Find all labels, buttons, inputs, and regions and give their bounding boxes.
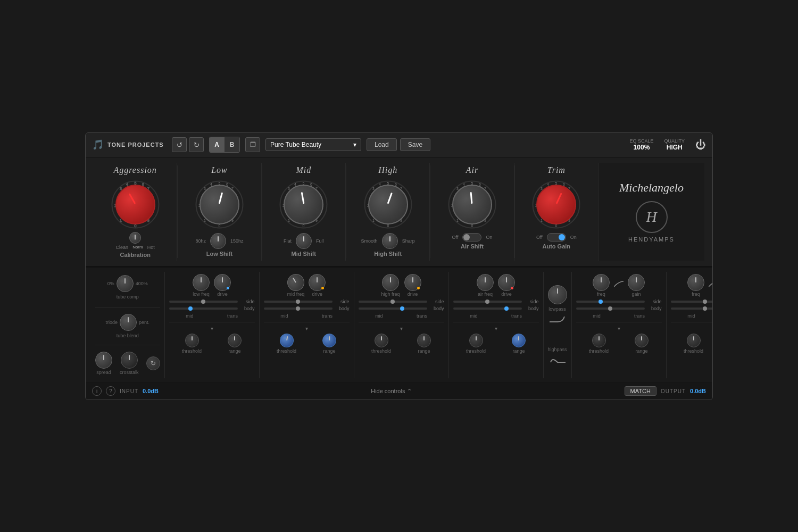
low-threshold-knob[interactable] <box>185 334 199 347</box>
trim-knob-container: 532 109 8764 <box>531 179 581 230</box>
crosstalk-knob[interactable] <box>121 352 138 369</box>
mid-freq-item: mid freq <box>287 274 305 297</box>
copy-button[interactable]: ❐ <box>245 137 260 152</box>
low-section-label: Low Shift <box>206 251 233 257</box>
air-knob[interactable] <box>452 185 492 225</box>
mid-knob[interactable] <box>284 185 323 225</box>
mid-knob-row: mid freq drive <box>264 274 350 297</box>
low-freq-item: low freq <box>193 274 210 297</box>
air-trans-slider[interactable] <box>453 307 522 310</box>
high-threshold-knob[interactable] <box>375 334 388 347</box>
save-button[interactable]: Save <box>400 138 430 151</box>
high-trans-slider[interactable] <box>359 307 427 310</box>
mid-shift-knob[interactable] <box>296 233 312 249</box>
match-button[interactable]: MATCH <box>625 386 656 396</box>
low-knob[interactable] <box>200 185 239 225</box>
arrow-item: ↻ <box>146 356 160 370</box>
air-toggle[interactable] <box>462 233 481 242</box>
load-button[interactable]: Load <box>367 138 397 151</box>
mid-drive-label: drive <box>312 292 323 297</box>
mid-threshold-knob[interactable] <box>278 332 294 348</box>
high-shift-knob[interactable] <box>382 233 398 249</box>
shelf2-trans-slider[interactable] <box>671 307 713 310</box>
high-mid-slider[interactable] <box>359 301 427 303</box>
mid-freq-knob[interactable] <box>284 271 307 294</box>
low-shift-knob[interactable] <box>210 233 226 249</box>
aggression-knob[interactable] <box>115 185 155 225</box>
tube-blend-knob[interactable] <box>120 314 137 331</box>
low-freq-knob[interactable] <box>193 274 210 291</box>
mid-threshold-label: threshold <box>277 348 296 354</box>
b-button[interactable]: B <box>225 137 239 152</box>
shelf1-mid-slider[interactable] <box>576 301 645 303</box>
shelf1-gain-knob[interactable] <box>628 274 645 291</box>
mid-drive-knob[interactable] <box>309 274 326 291</box>
mid-drive-item: drive <box>309 274 326 297</box>
air-range-knob[interactable] <box>512 334 526 347</box>
eq-scale-value: 100% <box>629 144 653 151</box>
high-knob[interactable] <box>368 185 408 225</box>
high-freq-knob[interactable] <box>382 274 399 291</box>
trim-knob[interactable] <box>536 185 576 225</box>
autogain-toggle[interactable] <box>547 233 566 242</box>
amp-logo: H <box>636 201 668 233</box>
shelf2-threshold-label: threshold <box>684 348 703 354</box>
shelf1-freq-label: freq <box>597 292 605 297</box>
highpass-label: highpass <box>548 347 567 352</box>
low-threshold-label: threshold <box>182 348 202 354</box>
air-mid-slider[interactable] <box>453 301 522 303</box>
autogain-toggle-thumb <box>559 234 565 240</box>
lower-left-divider2 <box>95 345 160 345</box>
svg-text:0: 0 <box>134 224 136 228</box>
shelf2-freq-label: freq <box>692 292 700 297</box>
low-slider1: side <box>169 299 255 304</box>
air-freq-knob[interactable] <box>477 274 494 291</box>
high-drive-knob[interactable] <box>404 274 421 291</box>
mid-slider-labels: mid trans <box>264 313 350 319</box>
shelf1-trans-slider[interactable] <box>576 307 645 310</box>
low-range-item: range <box>228 334 242 354</box>
high-range-knob[interactable] <box>417 334 431 347</box>
shelf1-freq-knob[interactable] <box>593 274 610 291</box>
svg-text:6: 6 <box>563 182 565 186</box>
tube-comp-knob[interactable] <box>117 275 134 292</box>
calibration-knob[interactable] <box>129 232 141 244</box>
shelf1-range-knob[interactable] <box>635 334 649 347</box>
preset-dropdown[interactable]: Pure Tube Beauty ▾ <box>265 138 361 151</box>
low-drive-knob[interactable] <box>214 274 231 291</box>
redo-button[interactable]: ↻ <box>189 137 204 152</box>
shelf1-label-trans: trans <box>634 313 645 319</box>
mid-trans-slider[interactable] <box>264 307 332 310</box>
low-trans-slider[interactable] <box>169 307 238 310</box>
mid-mid-slider[interactable] <box>264 301 332 303</box>
output-label: OUTPUT <box>661 388 686 394</box>
air-drive-knob[interactable] <box>498 274 515 291</box>
plugin-window: 🎵 TONE PROJECTS ↺ ↻ A B ❐ Pure Tube Beau… <box>85 132 713 400</box>
shelf1-threshold-knob[interactable] <box>592 334 606 347</box>
tube-comp-label: tube comp <box>117 294 139 300</box>
arrow-knob[interactable]: ↻ <box>146 356 160 370</box>
power-button[interactable]: ⏻ <box>695 139 706 151</box>
ab-group: A B <box>209 137 240 153</box>
logo-icon: 🎵 <box>92 139 104 151</box>
svg-text:0: 0 <box>387 224 389 228</box>
low-mid-slider[interactable] <box>169 301 238 303</box>
spread-knob[interactable] <box>95 352 112 369</box>
a-button[interactable]: A <box>210 137 225 152</box>
shelf2-threshold-knob[interactable] <box>687 334 701 347</box>
hide-controls-button[interactable]: Hide controls ⌃ <box>371 388 412 395</box>
help-button[interactable]: ? <box>106 386 115 396</box>
undo-button[interactable]: ↺ <box>172 137 187 152</box>
lowpass-symbol <box>550 314 566 325</box>
air-threshold-knob[interactable] <box>469 334 483 347</box>
shelf2-freq-knob[interactable] <box>687 274 704 291</box>
mid-range-knob[interactable] <box>322 334 336 347</box>
svg-text:6: 6 <box>310 182 312 186</box>
band-name-air: Air <box>466 165 478 175</box>
low-range-knob[interactable] <box>228 334 242 347</box>
shelf2-mid-slider[interactable] <box>671 301 713 303</box>
mid-threshold-item: threshold <box>277 334 296 354</box>
highpass-symbol <box>550 354 566 365</box>
lowpass-knob[interactable] <box>548 285 567 304</box>
info-button[interactable]: i <box>92 386 102 396</box>
